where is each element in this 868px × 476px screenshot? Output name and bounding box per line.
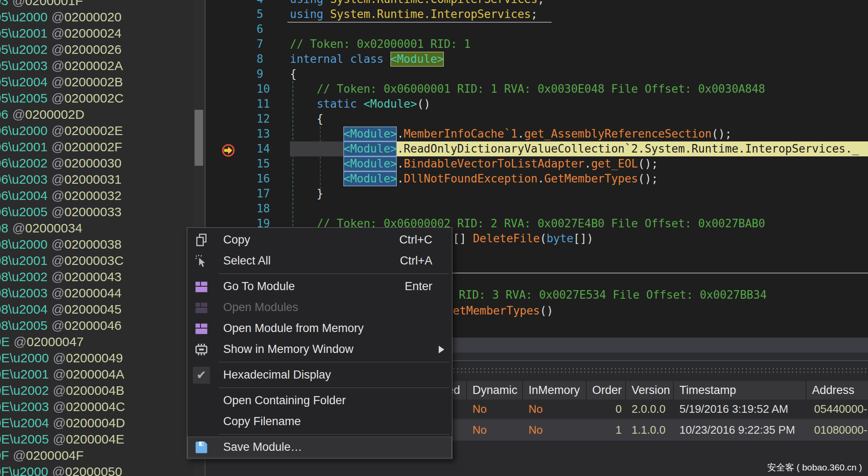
tree-item[interactable]: 06\u2002@02000030 [0, 155, 121, 171]
code-line[interactable]: <Module>.BindableVectorToListAdapter.get… [290, 156, 868, 171]
code-line[interactable]: { [290, 112, 868, 126]
tree-scrollbar-thumb[interactable] [195, 110, 203, 166]
tree-item-name: 0E\u2004 [0, 415, 49, 431]
tree-item[interactable]: 08\u2000@02000038 [0, 236, 121, 253]
tree-item[interactable]: 0F\u2000@02000050 [0, 464, 122, 476]
tree-item[interactable]: 05\u2001@02000024 [0, 25, 121, 41]
line-number: 18 [257, 201, 282, 216]
code-line[interactable]: internal class <Module> [290, 52, 868, 67]
code-line[interactable]: <Module>.DllNotFoundException.GetMemberT… [290, 171, 868, 186]
tree-item[interactable]: 05\u2004@0200002B [0, 74, 123, 90]
tree-item[interactable]: 0E\u2004@0200004D [0, 415, 125, 431]
line-number: 12 [257, 112, 282, 126]
code-segment: MemberInfoCache`1 [404, 127, 517, 140]
menu-item-copy[interactable]: CopyCtrl+C [187, 229, 452, 250]
tree-item[interactable]: 0F@0200004F [0, 447, 84, 464]
line-number: 7 [257, 37, 282, 52]
code-line[interactable]: // Token: 0x06000001 RID: 1 RVA: 0x0030E… [290, 82, 868, 97]
at-sign: @ [51, 91, 64, 105]
code-segment: System.Runtime.InteropServices [330, 8, 531, 21]
column-header-timestamp[interactable]: Timestamp [674, 381, 806, 400]
code-line[interactable]: static <Module>() [290, 97, 868, 112]
tree-item[interactable]: 06\u2001@0200002F [0, 139, 122, 155]
tree-item[interactable]: 05\u2003@0200002A [0, 58, 123, 74]
code-line[interactable] [290, 22, 868, 37]
menu-item-select-all[interactable]: Select AllCtrl+A [187, 250, 452, 271]
tree-item[interactable]: 06@0200002D [0, 106, 84, 123]
code-fragment[interactable]: etMemberTypes() [453, 303, 553, 318]
tree-item[interactable]: 08\u2003@02000044 [0, 285, 121, 301]
tree-item-name: 08\u2000 [0, 236, 47, 253]
code-fragment[interactable]: [] DeleteFile(byte[]) [453, 231, 593, 246]
tree-item[interactable]: 05\u2000@02000020 [0, 9, 121, 25]
tree-item-token: @0200002A [51, 58, 123, 74]
at-sign: @ [53, 367, 65, 381]
column-header-address[interactable]: Address [806, 381, 868, 400]
code-segment: (); [638, 172, 658, 185]
code-segment: System.Runtime.CompilerServices [330, 0, 537, 6]
tree-item-token: @02000024 [51, 25, 121, 41]
menu-item-save-module[interactable]: Save Module… [187, 437, 452, 458]
code-segment [290, 142, 343, 155]
menu-item-hexadecimal-display[interactable]: ✔Hexadecimal Display [187, 364, 452, 385]
tree-item[interactable]: 0E\u2002@0200004B [0, 382, 124, 399]
table-cell: 0 [587, 400, 626, 419]
code-segment: ; [531, 8, 538, 21]
tree-item[interactable]: 06\u2000@0200002E [0, 123, 123, 139]
tree-item[interactable]: 08\u2001@0200003C [0, 253, 124, 269]
menu-item-open-containing-folder[interactable]: Open Containing Folder [187, 390, 452, 411]
tree-item-token: @0200002B [51, 74, 123, 90]
token-tree-panel[interactable]: 03@0200001F05\u2000@0200002005\u2001@020… [0, 0, 193, 476]
tree-item[interactable]: 08\u2004@02000045 [0, 301, 121, 317]
column-header-dynamic[interactable]: Dynamic [467, 381, 523, 400]
column-header-inmemory[interactable]: InMemory [523, 381, 587, 400]
tree-item-name: 06\u2005 [0, 204, 47, 220]
code-fragment[interactable]: RID: 3 RVA: 0x0027E534 File Offset: 0x00… [459, 288, 767, 303]
tree-item[interactable]: 06\u2004@02000032 [0, 188, 121, 204]
tree-item[interactable]: 0E\u2000@02000049 [0, 350, 123, 366]
menu-item-go-to-module[interactable]: Go To ModuleEnter [187, 276, 452, 297]
menu-item-copy-filename[interactable]: Copy Filename [187, 411, 452, 432]
code-line[interactable]: { [290, 67, 868, 82]
tree-item-name: 06\u2004 [0, 188, 47, 204]
code-line[interactable]: using System.Runtime.InteropServices; [290, 7, 868, 22]
line-number: 11 [257, 97, 282, 112]
tree-item[interactable]: 03@0200001F [0, 0, 83, 9]
tree-item[interactable]: 05\u2005@0200002C [0, 90, 124, 106]
code-segment: etMemberTypes [453, 304, 540, 317]
tree-item-name: 0E [0, 334, 10, 350]
tree-item-name: 08\u2004 [0, 301, 47, 317]
tree-item[interactable]: 08\u2005@02000046 [0, 317, 121, 334]
menu-item-open-modules[interactable]: Open Modules [187, 297, 452, 318]
code-line[interactable]: // Token: 0x02000001 RID: 1 [290, 37, 868, 52]
tree-item-token: @02000026 [51, 41, 121, 58]
tree-item-token: @02000033 [51, 204, 121, 220]
at-sign: @ [51, 286, 64, 300]
code-line[interactable]: <Module>.MemberInfoCache`1.get_AssemblyR… [290, 126, 868, 141]
code-line[interactable]: } [290, 186, 868, 201]
code-line[interactable] [290, 201, 868, 216]
tree-item[interactable]: 05\u2002@02000026 [0, 41, 121, 58]
code-segment: BindableVectorToListAdapter [404, 157, 585, 170]
at-sign: @ [51, 123, 64, 138]
tree-item[interactable]: 0E@02000047 [0, 334, 84, 350]
code-segment: .ReadOnlyDictionaryValueCollection`2.Sys… [397, 142, 859, 155]
menu-item-show-in-memory-window[interactable]: Show in Memory Window [187, 339, 452, 360]
tree-item-name: 0E\u2003 [0, 399, 49, 415]
tree-item[interactable]: 0E\u2001@0200004A [0, 366, 124, 382]
column-header-order[interactable]: Order [587, 381, 626, 400]
tree-item[interactable]: 0E\u2005@0200004E [0, 431, 124, 447]
code-line[interactable]: using System.Runtime.CompilerServices; [290, 0, 868, 7]
tree-item[interactable]: 0E\u2003@0200004C [0, 399, 125, 415]
code-segment: internal class [290, 53, 390, 65]
tree-item[interactable]: 06\u2003@02000031 [0, 171, 121, 188]
tree-item[interactable]: 08\u2002@02000043 [0, 269, 121, 285]
tree-item-token: @0200004B [53, 382, 124, 399]
code-segment [290, 82, 317, 95]
menu-item-open-module-from-memory[interactable]: Open Module from Memory [187, 318, 452, 339]
tree-item[interactable]: 06\u2005@02000033 [0, 204, 121, 220]
tree-item[interactable]: 08@02000034 [0, 220, 82, 236]
column-header-version[interactable]: Version [626, 381, 674, 400]
tree-item-name: 08\u2003 [0, 285, 47, 301]
code-line[interactable]: <Module>.ReadOnlyDictionaryValueCollecti… [290, 141, 868, 156]
